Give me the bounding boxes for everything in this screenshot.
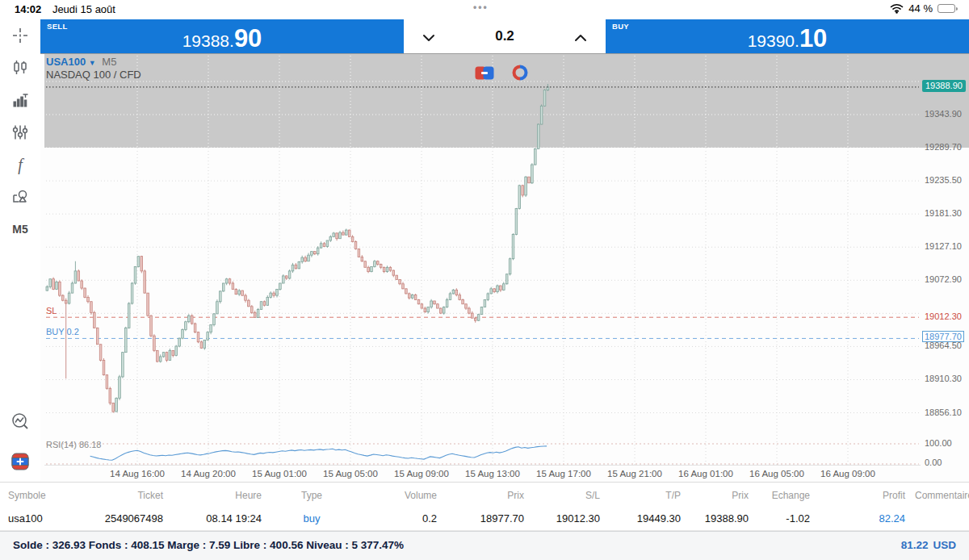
symbol-description: NASDAQ 100 / CFD bbox=[46, 69, 141, 81]
wifi-icon bbox=[890, 3, 904, 14]
timeframe-indicator: M5 bbox=[102, 56, 116, 68]
time-tick: 16 Aug 05:00 bbox=[749, 469, 804, 479]
battery-percent: 44 % bbox=[908, 2, 933, 15]
current-price-badge: 19388.90 bbox=[922, 80, 966, 92]
time-tick: 15 Aug 09:00 bbox=[394, 469, 449, 479]
table-cell: 19388.90 bbox=[686, 504, 753, 529]
function-icon: f bbox=[18, 156, 23, 174]
chart-header: USA100 ▼ M5 NASDAQ 100 / CFD bbox=[46, 56, 141, 81]
table-cell: 0.2 bbox=[357, 504, 442, 529]
sliders-icon bbox=[11, 123, 29, 141]
chart-zigzag-icon bbox=[10, 412, 30, 431]
table-cell: 2549067498 bbox=[65, 504, 168, 529]
candlestick-icon bbox=[11, 59, 29, 77]
table-cell: usa100 bbox=[0, 504, 65, 529]
column-header: Volume bbox=[357, 483, 442, 504]
rsi-level-0: 0.00 bbox=[925, 458, 942, 467]
table-cell: buy bbox=[266, 504, 357, 529]
entry-price-label: 18977.70 bbox=[922, 331, 964, 342]
time-tick: 14 Aug 16:00 bbox=[110, 469, 165, 479]
status-right: 44 % bbox=[890, 2, 958, 15]
symbol-caret-icon: ▼ bbox=[89, 59, 96, 67]
column-header: S/L bbox=[529, 483, 605, 504]
entry-line-label: BUY 0.2 bbox=[46, 327, 79, 336]
column-header: Prix bbox=[442, 483, 529, 504]
buy-price: 19390.10 bbox=[606, 24, 969, 53]
rsi-indicator-label: RSI(14) 86.18 bbox=[46, 440, 101, 449]
date: Jeudi 15 août bbox=[52, 3, 115, 15]
time-tick: 15 Aug 05:00 bbox=[323, 469, 378, 479]
grabber-dots-icon[interactable]: ••• bbox=[473, 2, 489, 13]
time-tick: 15 Aug 13:00 bbox=[465, 469, 520, 479]
total-profit: 81.22USD bbox=[896, 539, 956, 551]
chart-type-button[interactable] bbox=[0, 52, 40, 84]
table-cell bbox=[910, 504, 969, 529]
clock: 14:02 bbox=[15, 3, 41, 15]
column-header: Type bbox=[266, 483, 357, 504]
price-tick: 19235.50 bbox=[925, 175, 962, 185]
table-cell: 19449.30 bbox=[605, 504, 686, 529]
timeframe-label: M5 bbox=[12, 223, 27, 236]
price-tick: 18910.30 bbox=[925, 374, 962, 383]
chart-preview-button[interactable] bbox=[0, 405, 40, 437]
crosshair-icon bbox=[11, 27, 29, 44]
time-tick: 15 Aug 21:00 bbox=[607, 469, 662, 479]
price-tick: 18856.10 bbox=[925, 407, 962, 417]
volume-increase-chevron-icon[interactable] bbox=[570, 31, 591, 44]
account-summary-bar: Solde : 326.93 Fonds : 408.15 Marge : 7.… bbox=[0, 531, 969, 560]
buy-button[interactable]: BUY 19390.10 bbox=[606, 19, 969, 53]
chart-header-icons bbox=[475, 65, 528, 81]
table-cell: 18977.70 bbox=[442, 504, 529, 529]
crosshair-tool-button[interactable] bbox=[0, 19, 40, 52]
column-header: Prix bbox=[686, 483, 753, 504]
volumes-button[interactable] bbox=[0, 84, 40, 116]
battery-icon bbox=[938, 4, 958, 13]
profit-value: 81.22 bbox=[901, 539, 929, 551]
column-header: Symbole bbox=[0, 483, 65, 504]
chart-toolbar: f M5 bbox=[0, 19, 40, 482]
shapes-icon bbox=[11, 188, 29, 206]
deposit-ring-icon[interactable] bbox=[512, 65, 528, 81]
table-cell: 19012.30 bbox=[529, 504, 605, 529]
payment-cards-icon[interactable] bbox=[475, 66, 494, 80]
objects-button[interactable] bbox=[0, 181, 40, 213]
column-header: Echange bbox=[753, 483, 815, 504]
profit-currency: USD bbox=[933, 539, 956, 551]
time-tick: 16 Aug 01:00 bbox=[678, 469, 733, 479]
table-header-row: SymboleTicketHeureTypeVolumePrixS/LT/PPr… bbox=[0, 483, 969, 504]
time-tick: 15 Aug 17:00 bbox=[536, 469, 591, 479]
price-tick: 19127.10 bbox=[925, 241, 962, 251]
price-scale[interactable]: 19343.9019289.7019235.5019181.3019127.10… bbox=[921, 54, 969, 465]
time-axis[interactable]: 14 Aug 16:0014 Aug 20:0015 Aug 01:0015 A… bbox=[44, 465, 921, 482]
column-header: T/P bbox=[605, 483, 686, 504]
order-panel: SELL 19388.90 0.2 BUY 19390.10 bbox=[0, 19, 969, 54]
positions-table: SymboleTicketHeureTypeVolumePrixS/LT/PPr… bbox=[0, 482, 969, 531]
time-tick: 15 Aug 01:00 bbox=[252, 469, 307, 479]
volume-stepper: 0.2 bbox=[404, 19, 606, 53]
account-summary: Solde : 326.93 Fonds : 408.15 Marge : 7.… bbox=[13, 539, 404, 551]
functions-button[interactable]: f bbox=[0, 148, 40, 181]
table-cell: -1.02 bbox=[753, 504, 815, 529]
candlestick-chart[interactable] bbox=[44, 54, 921, 465]
sell-price: 19388.90 bbox=[40, 24, 404, 53]
status-left: 14:02 Jeudi 15 août bbox=[15, 3, 115, 15]
rsi-level-100: 100.00 bbox=[925, 438, 952, 448]
price-tick: 19072.90 bbox=[925, 274, 962, 284]
metatrader-trade-icon bbox=[11, 453, 29, 470]
time-tick: 14 Aug 20:00 bbox=[181, 469, 236, 479]
trade-app-button[interactable] bbox=[0, 445, 40, 478]
price-tick: 19181.30 bbox=[925, 208, 962, 218]
timeframe-button[interactable]: M5 bbox=[0, 213, 40, 245]
status-bar: 14:02 Jeudi 15 août ••• 44 % bbox=[0, 0, 969, 19]
column-header: Commentaire bbox=[910, 483, 969, 504]
volume-bars-icon bbox=[11, 91, 29, 109]
chart-area[interactable]: USA100 ▼ M5 NASDAQ 100 / CFD SL BUY 0.2 … bbox=[40, 54, 969, 482]
price-tick: 19343.90 bbox=[925, 109, 962, 119]
column-header: Profit bbox=[815, 483, 910, 504]
table-row[interactable]: usa100254906749808.14 19:24buy0.218977.7… bbox=[0, 504, 969, 529]
indicators-button[interactable] bbox=[0, 116, 40, 148]
symbol-selector[interactable]: USA100 bbox=[46, 56, 86, 68]
column-header: Heure bbox=[168, 483, 266, 504]
price-tick: 19289.70 bbox=[925, 142, 962, 152]
sell-button[interactable]: SELL 19388.90 bbox=[40, 19, 404, 53]
